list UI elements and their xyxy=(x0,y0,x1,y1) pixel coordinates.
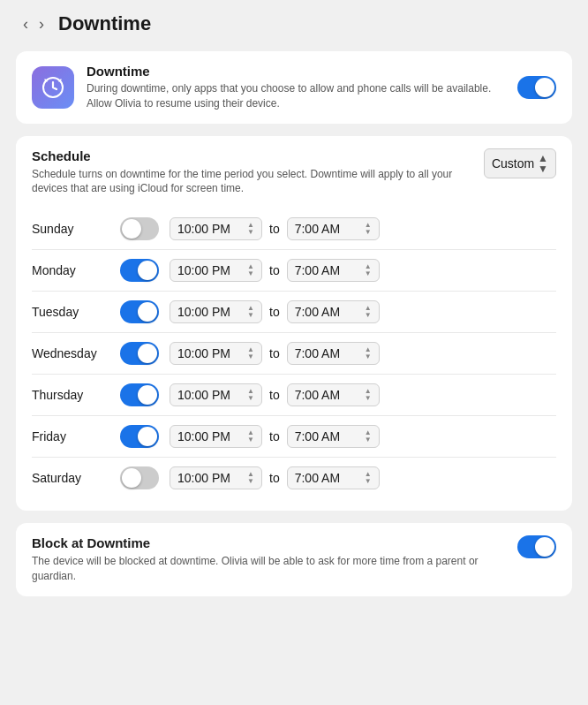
to-label: to xyxy=(269,222,280,236)
from-time-wednesday[interactable]: 10:00 PM ▲ ▼ xyxy=(170,342,262,365)
block-title: Block at Downtime xyxy=(32,535,505,550)
to-time-wednesday[interactable]: 7:00 AM ▲ ▼ xyxy=(287,342,380,365)
schedule-title: Schedule xyxy=(32,148,484,163)
day-row: Tuesday 10:00 PM ▲ ▼ to 7:00 AM ▲ ▼ xyxy=(32,291,556,332)
day-row: Saturday 10:00 PM ▲ ▼ to 7:00 AM ▲ ▼ xyxy=(32,457,556,498)
schedule-mode-label: Custom xyxy=(492,156,534,171)
to-time-monday[interactable]: 7:00 AM ▲ ▼ xyxy=(287,259,380,282)
to-label: to xyxy=(269,346,280,360)
day-toggle-sunday[interactable] xyxy=(120,217,159,240)
block-description: The device will be blocked at downtime. … xyxy=(32,554,505,584)
day-row: Friday 10:00 PM ▲ ▼ to 7:00 AM ▲ ▼ xyxy=(32,415,556,457)
to-time-thursday[interactable]: 7:00 AM ▲ ▼ xyxy=(287,383,380,406)
to-label: to xyxy=(269,471,280,485)
from-time-sunday[interactable]: 10:00 PM ▲ ▼ xyxy=(170,217,262,240)
block-at-downtime-card: Block at Downtime The device will be blo… xyxy=(16,523,572,596)
day-label-saturday: Saturday xyxy=(32,471,120,485)
schedule-description: Schedule turns on downtime for the time … xyxy=(32,167,484,197)
day-label-monday: Monday xyxy=(32,263,120,277)
day-row: Thursday 10:00 PM ▲ ▼ to 7:00 AM ▲ ▼ xyxy=(32,374,556,415)
day-toggle-saturday[interactable] xyxy=(120,466,159,489)
schedule-mode-arrows: ▲▼ xyxy=(538,153,548,174)
from-time-saturday[interactable]: 10:00 PM ▲ ▼ xyxy=(170,466,262,489)
top-bar: ‹ › Downtime xyxy=(0,0,588,44)
downtime-description: During downtime, only apps that you choo… xyxy=(87,81,505,111)
day-toggle-friday[interactable] xyxy=(120,425,159,448)
from-time-monday[interactable]: 10:00 PM ▲ ▼ xyxy=(170,259,262,282)
day-label-sunday: Sunday xyxy=(32,222,120,236)
downtime-header-text: Downtime During downtime, only apps that… xyxy=(87,64,505,111)
block-text: Block at Downtime The device will be blo… xyxy=(32,535,505,584)
to-time-sunday[interactable]: 7:00 AM ▲ ▼ xyxy=(287,217,380,240)
day-toggle-monday[interactable] xyxy=(120,259,159,282)
day-toggle-wednesday[interactable] xyxy=(120,342,159,365)
to-time-saturday[interactable]: 7:00 AM ▲ ▼ xyxy=(287,466,380,489)
downtime-header-card: Downtime During downtime, only apps that… xyxy=(16,51,572,124)
day-row: Wednesday 10:00 PM ▲ ▼ to 7:00 AM ▲ ▼ xyxy=(32,332,556,374)
from-time-friday[interactable]: 10:00 PM ▲ ▼ xyxy=(170,425,262,448)
from-time-thursday[interactable]: 10:00 PM ▲ ▼ xyxy=(170,383,262,406)
to-time-friday[interactable]: 7:00 AM ▲ ▼ xyxy=(287,425,380,448)
from-time-tuesday[interactable]: 10:00 PM ▲ ▼ xyxy=(170,300,262,323)
schedule-title-group: Schedule Schedule turns on downtime for … xyxy=(32,148,484,197)
day-toggle-tuesday[interactable] xyxy=(120,300,159,323)
day-rows: Sunday 10:00 PM ▲ ▼ to 7:00 AM ▲ ▼ xyxy=(32,208,556,498)
forward-button[interactable]: › xyxy=(34,13,49,35)
day-row: Sunday 10:00 PM ▲ ▼ to 7:00 AM ▲ ▼ xyxy=(32,208,556,249)
to-label: to xyxy=(269,263,280,277)
page-title: Downtime xyxy=(58,12,151,35)
schedule-card: Schedule Schedule turns on downtime for … xyxy=(16,136,572,512)
back-button[interactable]: ‹ xyxy=(18,13,34,35)
day-label-friday: Friday xyxy=(32,429,120,443)
to-label: to xyxy=(269,388,280,402)
downtime-title: Downtime xyxy=(87,64,505,79)
block-at-downtime-toggle[interactable] xyxy=(517,535,556,558)
main-content: Downtime During downtime, only apps that… xyxy=(0,44,588,612)
day-toggle-thursday[interactable] xyxy=(120,383,159,406)
schedule-header: Schedule Schedule turns on downtime for … xyxy=(32,148,556,197)
to-label: to xyxy=(269,429,280,443)
downtime-icon xyxy=(32,66,74,109)
to-time-tuesday[interactable]: 7:00 AM ▲ ▼ xyxy=(287,300,380,323)
to-label: to xyxy=(269,305,280,319)
day-label-tuesday: Tuesday xyxy=(32,305,120,319)
day-row: Monday 10:00 PM ▲ ▼ to 7:00 AM ▲ ▼ xyxy=(32,249,556,291)
downtime-toggle[interactable] xyxy=(517,76,556,99)
day-label-wednesday: Wednesday xyxy=(32,346,120,360)
schedule-mode-select[interactable]: Custom ▲▼ xyxy=(484,148,556,178)
day-label-thursday: Thursday xyxy=(32,388,120,402)
